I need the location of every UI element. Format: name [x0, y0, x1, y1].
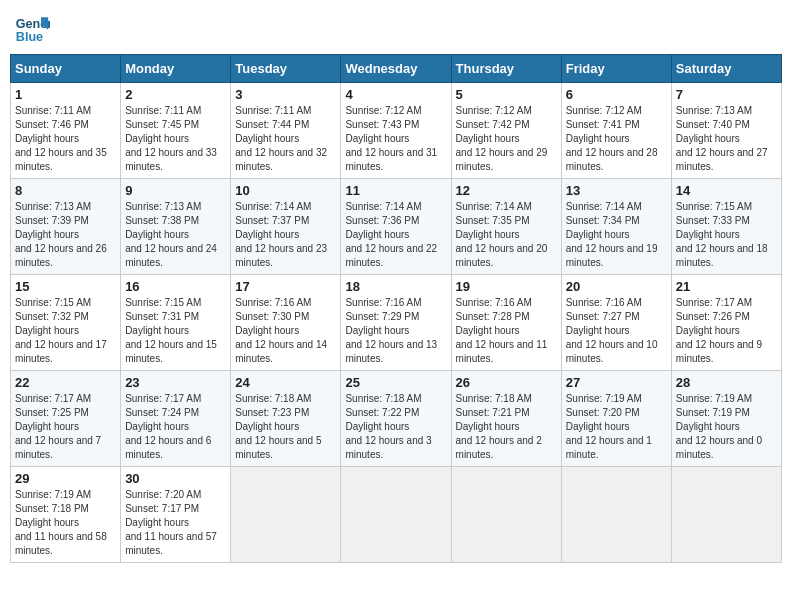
calendar-cell: 2 Sunrise: 7:11 AM Sunset: 7:45 PM Dayli… [121, 83, 231, 179]
calendar-cell: 16 Sunrise: 7:15 AM Sunset: 7:31 PM Dayl… [121, 275, 231, 371]
day-info: Sunrise: 7:11 AM Sunset: 7:44 PM Dayligh… [235, 104, 336, 174]
calendar-cell: 19 Sunrise: 7:16 AM Sunset: 7:28 PM Dayl… [451, 275, 561, 371]
day-number: 2 [125, 87, 226, 102]
day-number: 6 [566, 87, 667, 102]
day-info: Sunrise: 7:15 AM Sunset: 7:33 PM Dayligh… [676, 200, 777, 270]
day-number: 29 [15, 471, 116, 486]
day-info: Sunrise: 7:11 AM Sunset: 7:45 PM Dayligh… [125, 104, 226, 174]
day-number: 26 [456, 375, 557, 390]
calendar-cell: 17 Sunrise: 7:16 AM Sunset: 7:30 PM Dayl… [231, 275, 341, 371]
calendar-cell [231, 467, 341, 563]
day-number: 13 [566, 183, 667, 198]
day-number: 5 [456, 87, 557, 102]
day-number: 15 [15, 279, 116, 294]
calendar-cell: 27 Sunrise: 7:19 AM Sunset: 7:20 PM Dayl… [561, 371, 671, 467]
day-info: Sunrise: 7:13 AM Sunset: 7:39 PM Dayligh… [15, 200, 116, 270]
day-info: Sunrise: 7:18 AM Sunset: 7:23 PM Dayligh… [235, 392, 336, 462]
day-number: 4 [345, 87, 446, 102]
calendar-cell: 10 Sunrise: 7:14 AM Sunset: 7:37 PM Dayl… [231, 179, 341, 275]
day-number: 3 [235, 87, 336, 102]
day-info: Sunrise: 7:16 AM Sunset: 7:27 PM Dayligh… [566, 296, 667, 366]
day-info: Sunrise: 7:17 AM Sunset: 7:26 PM Dayligh… [676, 296, 777, 366]
weekday-header-sunday: Sunday [11, 55, 121, 83]
day-number: 7 [676, 87, 777, 102]
calendar-cell: 18 Sunrise: 7:16 AM Sunset: 7:29 PM Dayl… [341, 275, 451, 371]
page-header: General Blue [10, 10, 782, 46]
calendar-cell [451, 467, 561, 563]
weekday-header-friday: Friday [561, 55, 671, 83]
calendar-cell: 15 Sunrise: 7:15 AM Sunset: 7:32 PM Dayl… [11, 275, 121, 371]
weekday-header-row: SundayMondayTuesdayWednesdayThursdayFrid… [11, 55, 782, 83]
calendar-body: 1 Sunrise: 7:11 AM Sunset: 7:46 PM Dayli… [11, 83, 782, 563]
calendar-cell: 21 Sunrise: 7:17 AM Sunset: 7:26 PM Dayl… [671, 275, 781, 371]
day-info: Sunrise: 7:13 AM Sunset: 7:40 PM Dayligh… [676, 104, 777, 174]
day-info: Sunrise: 7:15 AM Sunset: 7:31 PM Dayligh… [125, 296, 226, 366]
calendar-cell: 12 Sunrise: 7:14 AM Sunset: 7:35 PM Dayl… [451, 179, 561, 275]
day-number: 18 [345, 279, 446, 294]
day-info: Sunrise: 7:12 AM Sunset: 7:43 PM Dayligh… [345, 104, 446, 174]
calendar-cell: 13 Sunrise: 7:14 AM Sunset: 7:34 PM Dayl… [561, 179, 671, 275]
day-number: 20 [566, 279, 667, 294]
calendar-cell: 1 Sunrise: 7:11 AM Sunset: 7:46 PM Dayli… [11, 83, 121, 179]
calendar-cell: 20 Sunrise: 7:16 AM Sunset: 7:27 PM Dayl… [561, 275, 671, 371]
calendar-cell: 5 Sunrise: 7:12 AM Sunset: 7:42 PM Dayli… [451, 83, 561, 179]
weekday-header-thursday: Thursday [451, 55, 561, 83]
day-info: Sunrise: 7:19 AM Sunset: 7:18 PM Dayligh… [15, 488, 116, 558]
day-info: Sunrise: 7:17 AM Sunset: 7:24 PM Dayligh… [125, 392, 226, 462]
day-info: Sunrise: 7:17 AM Sunset: 7:25 PM Dayligh… [15, 392, 116, 462]
day-info: Sunrise: 7:19 AM Sunset: 7:20 PM Dayligh… [566, 392, 667, 462]
day-info: Sunrise: 7:14 AM Sunset: 7:36 PM Dayligh… [345, 200, 446, 270]
calendar-cell: 7 Sunrise: 7:13 AM Sunset: 7:40 PM Dayli… [671, 83, 781, 179]
weekday-header-tuesday: Tuesday [231, 55, 341, 83]
calendar-cell: 9 Sunrise: 7:13 AM Sunset: 7:38 PM Dayli… [121, 179, 231, 275]
svg-text:Blue: Blue [16, 30, 43, 44]
calendar-cell: 23 Sunrise: 7:17 AM Sunset: 7:24 PM Dayl… [121, 371, 231, 467]
calendar-week-row: 22 Sunrise: 7:17 AM Sunset: 7:25 PM Dayl… [11, 371, 782, 467]
calendar-cell [341, 467, 451, 563]
day-info: Sunrise: 7:12 AM Sunset: 7:42 PM Dayligh… [456, 104, 557, 174]
day-number: 10 [235, 183, 336, 198]
calendar-cell: 8 Sunrise: 7:13 AM Sunset: 7:39 PM Dayli… [11, 179, 121, 275]
calendar-cell: 29 Sunrise: 7:19 AM Sunset: 7:18 PM Dayl… [11, 467, 121, 563]
calendar-cell: 11 Sunrise: 7:14 AM Sunset: 7:36 PM Dayl… [341, 179, 451, 275]
day-number: 11 [345, 183, 446, 198]
day-number: 9 [125, 183, 226, 198]
day-number: 19 [456, 279, 557, 294]
calendar-cell: 30 Sunrise: 7:20 AM Sunset: 7:17 PM Dayl… [121, 467, 231, 563]
day-number: 28 [676, 375, 777, 390]
calendar-cell: 22 Sunrise: 7:17 AM Sunset: 7:25 PM Dayl… [11, 371, 121, 467]
day-info: Sunrise: 7:13 AM Sunset: 7:38 PM Dayligh… [125, 200, 226, 270]
day-number: 23 [125, 375, 226, 390]
day-info: Sunrise: 7:19 AM Sunset: 7:19 PM Dayligh… [676, 392, 777, 462]
day-number: 12 [456, 183, 557, 198]
day-number: 21 [676, 279, 777, 294]
day-number: 25 [345, 375, 446, 390]
day-number: 1 [15, 87, 116, 102]
day-info: Sunrise: 7:15 AM Sunset: 7:32 PM Dayligh… [15, 296, 116, 366]
calendar-week-row: 15 Sunrise: 7:15 AM Sunset: 7:32 PM Dayl… [11, 275, 782, 371]
calendar-week-row: 29 Sunrise: 7:19 AM Sunset: 7:18 PM Dayl… [11, 467, 782, 563]
day-number: 27 [566, 375, 667, 390]
weekday-header-saturday: Saturday [671, 55, 781, 83]
calendar-cell: 4 Sunrise: 7:12 AM Sunset: 7:43 PM Dayli… [341, 83, 451, 179]
day-info: Sunrise: 7:16 AM Sunset: 7:29 PM Dayligh… [345, 296, 446, 366]
day-number: 22 [15, 375, 116, 390]
calendar-cell [561, 467, 671, 563]
day-number: 14 [676, 183, 777, 198]
day-info: Sunrise: 7:16 AM Sunset: 7:28 PM Dayligh… [456, 296, 557, 366]
day-info: Sunrise: 7:20 AM Sunset: 7:17 PM Dayligh… [125, 488, 226, 558]
calendar-cell: 25 Sunrise: 7:18 AM Sunset: 7:22 PM Dayl… [341, 371, 451, 467]
calendar-table: SundayMondayTuesdayWednesdayThursdayFrid… [10, 54, 782, 563]
day-info: Sunrise: 7:18 AM Sunset: 7:22 PM Dayligh… [345, 392, 446, 462]
day-info: Sunrise: 7:14 AM Sunset: 7:37 PM Dayligh… [235, 200, 336, 270]
day-info: Sunrise: 7:16 AM Sunset: 7:30 PM Dayligh… [235, 296, 336, 366]
day-info: Sunrise: 7:11 AM Sunset: 7:46 PM Dayligh… [15, 104, 116, 174]
calendar-week-row: 1 Sunrise: 7:11 AM Sunset: 7:46 PM Dayli… [11, 83, 782, 179]
calendar-cell: 28 Sunrise: 7:19 AM Sunset: 7:19 PM Dayl… [671, 371, 781, 467]
calendar-cell: 24 Sunrise: 7:18 AM Sunset: 7:23 PM Dayl… [231, 371, 341, 467]
day-number: 8 [15, 183, 116, 198]
calendar-cell: 26 Sunrise: 7:18 AM Sunset: 7:21 PM Dayl… [451, 371, 561, 467]
day-number: 17 [235, 279, 336, 294]
day-number: 30 [125, 471, 226, 486]
day-info: Sunrise: 7:14 AM Sunset: 7:34 PM Dayligh… [566, 200, 667, 270]
